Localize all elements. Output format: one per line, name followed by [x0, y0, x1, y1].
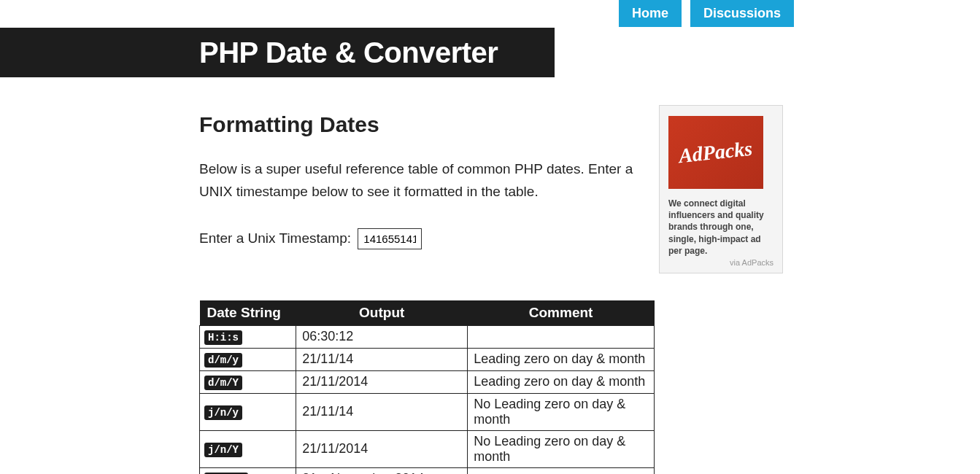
ad-text: We connect digital influencers and quali…: [668, 198, 773, 257]
th-date-string: Date String: [200, 300, 296, 326]
title-strip: PHP Date & Converter: [0, 28, 555, 77]
ad-via: via AdPacks: [668, 258, 773, 267]
format-comment: [468, 325, 655, 348]
page-title: PHP Date & Converter: [199, 36, 498, 69]
ad-widget[interactable]: AdPacks We connect digital influencers a…: [659, 105, 783, 273]
table-row: d/m/y21/11/14Leading zero on day & month: [200, 348, 655, 370]
nav-home[interactable]: Home: [619, 0, 682, 27]
format-comment: Leading zero on day & month: [468, 370, 655, 393]
table-row: j/n/Y21/11/2014No Leading zero on day & …: [200, 430, 655, 467]
ad-image: AdPacks: [668, 116, 763, 189]
format-comment: Leading zero on day & month: [468, 348, 655, 370]
format-comment: [468, 467, 655, 474]
format-output: 06:30:12: [296, 325, 468, 348]
format-output: 21/11/14: [296, 348, 468, 370]
format-code: d/m/y: [204, 353, 242, 368]
format-comment: No Leading zero on day & month: [468, 393, 655, 430]
th-output: Output: [296, 300, 468, 326]
intro-text: Below is a super useful reference table …: [199, 158, 655, 203]
format-code: j/n/y: [204, 405, 242, 420]
format-code: j/n/Y: [204, 443, 242, 457]
table-row: d/m/Y21/11/2014Leading zero on day & mon…: [200, 370, 655, 393]
ad-brand: AdPacks: [678, 137, 754, 168]
top-nav: Home Discussions: [619, 0, 794, 27]
timestamp-input[interactable]: [358, 228, 422, 249]
section-heading: Formatting Dates: [199, 112, 655, 137]
table-row: H:i:s06:30:12: [200, 325, 655, 348]
format-code: d/m/Y: [204, 376, 242, 390]
format-comment: No Leading zero on day & month: [468, 430, 655, 467]
table-row: j/n/y21/11/14No Leading zero on day & mo…: [200, 393, 655, 430]
format-output: 21/11/14: [296, 393, 468, 430]
format-output: 21/11/2014: [296, 370, 468, 393]
th-comment: Comment: [468, 300, 655, 326]
format-output: 21st November 2014: [296, 467, 468, 474]
nav-discussions[interactable]: Discussions: [690, 0, 794, 27]
format-output: 21/11/2014: [296, 430, 468, 467]
format-code: H:i:s: [204, 330, 242, 345]
table-row: jS F Y21st November 2014: [200, 467, 655, 474]
date-format-table: Date String Output Comment H:i:s06:30:12…: [199, 300, 655, 474]
timestamp-label: Enter a Unix Timestamp:: [199, 230, 351, 246]
